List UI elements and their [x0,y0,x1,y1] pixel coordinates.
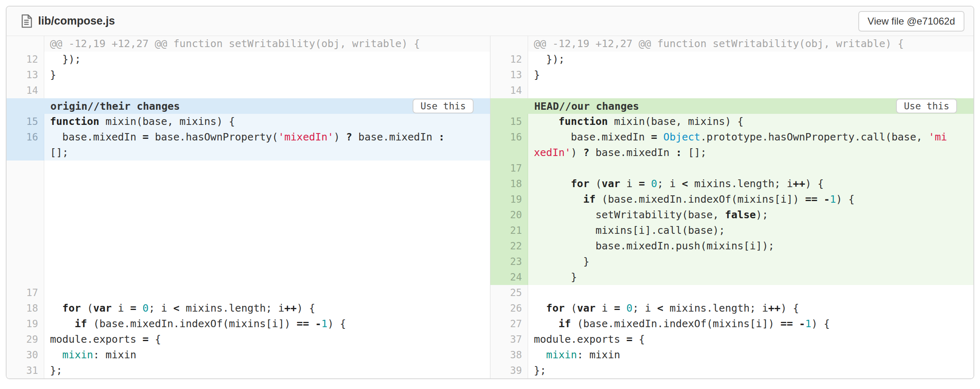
code-token: ; i [149,302,173,314]
code-token: ; i [657,178,682,190]
code-token [50,349,62,361]
code-token: } [534,256,589,267]
line-number: 20 [490,207,528,223]
line-number: 12 [490,52,528,67]
code-token: < [657,302,663,314]
line-number: 21 [490,223,528,238]
code-text: if (base.mixedIn.indexOf(mixins[i]) == -… [44,316,490,332]
code-token: var [577,302,595,314]
code-token: var [93,302,111,314]
code-line: 38 mixin: mixin [490,347,973,363]
code-token: ) [571,147,583,158]
line-number: 17 [7,285,44,301]
code-text: base.mixedIn = Object.prototype.hasOwnPr… [528,129,973,145]
code-text: }; [528,363,973,378]
code-text [44,161,490,285]
hunk-line: @@ -12,19 +12,27 @@ function setWritabil… [490,36,973,52]
code-token: }); [534,53,565,65]
code-token: xedIn' [534,147,571,158]
view-file-button[interactable]: View file @e71062d [858,11,964,32]
conflict-section-label: HEAD//our changes [534,100,639,112]
code-token: ++ [284,302,297,314]
code-line-continuation: []; [7,145,490,161]
code-token: var [602,178,620,190]
code-token: : [676,147,682,158]
line-number [7,36,44,52]
code-line: 18 for (var i = 0; i < mixins.length; i+… [490,176,973,192]
code-token: false [725,209,756,221]
code-token: ) [333,131,346,143]
code-token: base.mixedIn [50,131,143,143]
code-token: Object [663,131,700,143]
line-number [7,161,44,285]
code-token: base.mixedIn.push(mixins[i]); [534,240,774,252]
code-token: base.mixedIn [589,147,676,158]
line-number [7,145,44,161]
code-text: if (base.mixedIn.indexOf(mixins[i]) == -… [528,316,973,332]
code-text [528,285,973,301]
code-line: 19 if (base.mixedIn.indexOf(mixins[i]) =… [490,192,973,207]
code-line: 14 [490,83,973,98]
code-token: - [315,318,321,330]
code-line: 37module.exports = { [490,332,973,347]
code-token: mixin [62,349,93,361]
use-this-button[interactable]: Use this [896,99,957,113]
code-token: < [173,302,179,314]
line-number: 15 [7,114,44,129]
code-token: (base.mixedIn.indexOf(mixins[i]) [87,318,297,330]
code-token: : [438,131,445,143]
conflict-section-label: origin//their changes [50,100,180,112]
code-line: 19 if (base.mixedIn.indexOf(mixins[i]) =… [7,316,490,332]
code-token: - [823,193,830,205]
code-token: 'mi [928,131,947,143]
code-token: ) { [780,302,799,314]
code-line: 17 [7,285,490,301]
code-token: mixins[i].call(base); [534,224,725,236]
code-token: }; [534,364,546,376]
code-line: 31}; [7,363,490,378]
code-line: 13} [490,67,973,83]
line-number [490,145,528,161]
code-token: = [639,178,645,190]
line-number: 18 [490,176,528,192]
code-token: for [62,302,81,314]
code-text [528,161,973,176]
code-token: ) { [805,178,823,190]
code-token: i [112,302,130,314]
code-token: if [583,193,595,205]
line-number: 13 [7,67,44,83]
diff-panel-theirs: @@ -12,19 +12,27 @@ function setWritabil… [7,36,490,378]
code-line: 20 setWritability(base, false); [490,207,973,223]
hunk-header-text: @@ -12,19 +12,27 @@ function setWritabil… [528,36,973,52]
code-token: { [149,333,161,345]
hunk-header-text: @@ -12,19 +12,27 @@ function setWritabil… [44,36,490,52]
code-text: []; [44,145,490,161]
code-token [645,178,651,190]
line-number: 24 [490,269,528,285]
code-line-continuation: xedIn') ? base.mixedIn : []; [490,145,973,161]
code-line: 39}; [490,363,973,378]
line-number: 18 [7,301,44,316]
code-token: : mixin [93,349,136,361]
code-line: 30 mixin: mixin [7,347,490,363]
code-text: module.exports = { [528,332,973,347]
code-token: 1 [321,318,327,330]
code-token: < [682,178,688,190]
code-token: (base.mixedIn.indexOf(mixins[i]) [571,318,780,330]
code-token: mixins.length; i [179,302,284,314]
code-token: 1 [830,193,836,205]
code-token: == [805,193,817,205]
line-number: 29 [7,332,44,347]
code-token: }); [50,53,81,65]
line-number: 30 [7,347,44,363]
code-text [44,285,490,301]
code-token [309,318,315,330]
code-token: mixins.length; i [663,302,768,314]
line-number: 26 [490,301,528,316]
code-token [136,302,143,314]
file-title: lib/compose.js [38,15,115,27]
use-this-button[interactable]: Use this [413,99,474,113]
code-token [50,318,75,330]
code-token [534,178,571,190]
line-number: 19 [490,192,528,207]
